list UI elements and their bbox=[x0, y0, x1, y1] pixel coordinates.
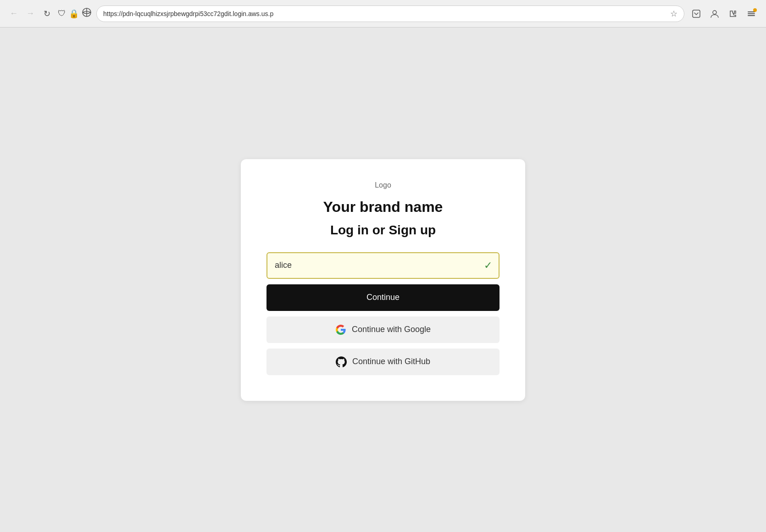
shield-icon: 🛡 bbox=[58, 9, 66, 18]
url-text: https://pdn-lqcuqlhizxsjrpbewgdrpi53cc72… bbox=[103, 10, 666, 17]
svg-point-3 bbox=[713, 11, 716, 14]
browser-chrome: ← → ↻ 🛡 🔒 https://pdn-lqcuqlhizxsjrpbewg… bbox=[0, 0, 766, 28]
notification-badge bbox=[753, 8, 757, 12]
nav-buttons: ← → ↻ bbox=[7, 7, 53, 20]
github-icon bbox=[336, 356, 347, 367]
back-button[interactable]: ← bbox=[7, 7, 20, 20]
logo: Logo bbox=[375, 181, 391, 189]
google-signin-button[interactable]: Continue with Google bbox=[266, 316, 500, 343]
username-input[interactable] bbox=[266, 252, 500, 279]
google-signin-label: Continue with Google bbox=[352, 325, 431, 334]
lock-icon: 🔒 bbox=[69, 9, 79, 19]
forward-button[interactable]: → bbox=[24, 7, 37, 20]
login-subtitle: Log in or Sign up bbox=[330, 223, 436, 238]
github-signin-button[interactable]: Continue with GitHub bbox=[266, 349, 500, 375]
toolbar-icons bbox=[689, 6, 759, 21]
svg-rect-2 bbox=[693, 10, 700, 17]
continue-button[interactable]: Continue bbox=[266, 284, 500, 311]
network-icon bbox=[82, 7, 92, 20]
username-input-wrapper: ✓ bbox=[266, 252, 500, 279]
bookmark-icon[interactable]: ☆ bbox=[670, 9, 677, 19]
brand-name: Your brand name bbox=[323, 199, 443, 216]
google-icon bbox=[335, 324, 346, 335]
pocket-icon[interactable] bbox=[689, 6, 704, 21]
security-icons: 🛡 🔒 bbox=[58, 7, 92, 20]
user-icon[interactable] bbox=[707, 6, 722, 21]
menu-icon[interactable] bbox=[744, 6, 759, 21]
address-bar[interactable]: https://pdn-lqcuqlhizxsjrpbewgdrpi53cc72… bbox=[96, 6, 684, 22]
page-content: Logo Your brand name Log in or Sign up ✓… bbox=[0, 28, 766, 532]
extension-icon[interactable] bbox=[726, 6, 740, 21]
valid-check-icon: ✓ bbox=[484, 260, 492, 272]
login-card: Logo Your brand name Log in or Sign up ✓… bbox=[241, 159, 525, 401]
reload-button[interactable]: ↻ bbox=[40, 7, 53, 20]
github-signin-label: Continue with GitHub bbox=[352, 357, 430, 366]
